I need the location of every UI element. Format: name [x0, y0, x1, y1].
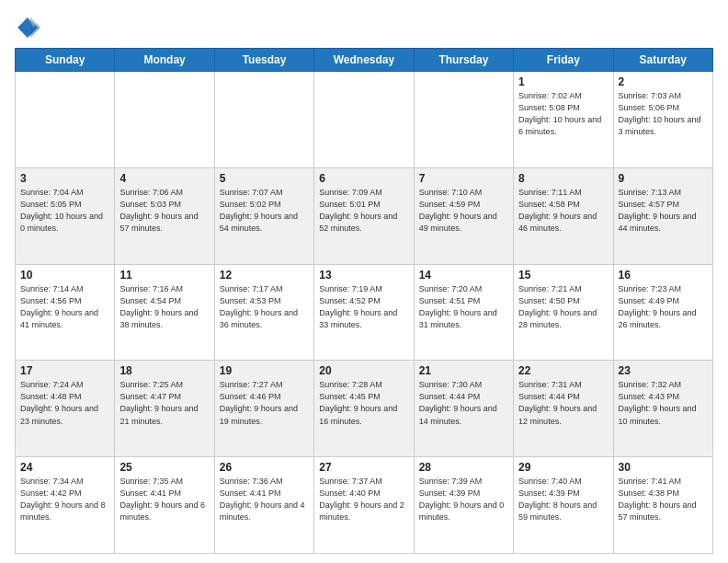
day-number: 7: [419, 172, 508, 185]
calendar-cell: 20Sunrise: 7:28 AM Sunset: 4:45 PM Dayli…: [314, 361, 414, 457]
calendar-cell: [414, 72, 513, 168]
day-number: 12: [220, 269, 309, 282]
day-info: Sunrise: 7:23 AM Sunset: 4:49 PM Dayligh…: [619, 283, 708, 331]
day-number: 2: [619, 75, 708, 88]
calendar-cell: 14Sunrise: 7:20 AM Sunset: 4:51 PM Dayli…: [414, 264, 513, 361]
calendar-cell: 21Sunrise: 7:30 AM Sunset: 4:44 PM Dayli…: [414, 361, 513, 457]
calendar-cell: 5Sunrise: 7:07 AM Sunset: 5:02 PM Daylig…: [214, 167, 313, 264]
day-info: Sunrise: 7:32 AM Sunset: 4:43 PM Dayligh…: [619, 379, 708, 427]
col-header-tuesday: Tuesday: [214, 49, 313, 72]
day-number: 5: [220, 172, 309, 185]
calendar-cell: 16Sunrise: 7:23 AM Sunset: 4:49 PM Dayli…: [613, 264, 712, 361]
day-info: Sunrise: 7:34 AM Sunset: 4:42 PM Dayligh…: [20, 476, 109, 523]
day-number: 4: [119, 172, 209, 185]
calendar-cell: 30Sunrise: 7:41 AM Sunset: 4:38 PM Dayli…: [613, 457, 712, 554]
day-number: 16: [619, 269, 708, 282]
day-info: Sunrise: 7:39 AM Sunset: 4:39 PM Dayligh…: [419, 476, 508, 523]
day-number: 14: [419, 269, 508, 282]
calendar-cell: 23Sunrise: 7:32 AM Sunset: 4:43 PM Dayli…: [613, 361, 712, 457]
col-header-wednesday: Wednesday: [314, 49, 414, 72]
logo-icon: [15, 15, 40, 40]
day-info: Sunrise: 7:30 AM Sunset: 4:44 PM Dayligh…: [419, 379, 508, 427]
calendar-header-row: SundayMondayTuesdayWednesdayThursdayFrid…: [16, 49, 713, 72]
calendar-cell: 11Sunrise: 7:16 AM Sunset: 4:54 PM Dayli…: [115, 264, 214, 361]
day-info: Sunrise: 7:16 AM Sunset: 4:54 PM Dayligh…: [119, 283, 209, 331]
day-number: 28: [419, 461, 508, 474]
calendar-cell: 12Sunrise: 7:17 AM Sunset: 4:53 PM Dayli…: [214, 264, 313, 361]
day-number: 8: [518, 172, 608, 185]
day-info: Sunrise: 7:36 AM Sunset: 4:41 PM Dayligh…: [220, 476, 309, 523]
day-info: Sunrise: 7:17 AM Sunset: 4:53 PM Dayligh…: [220, 283, 309, 331]
calendar-cell: [16, 72, 115, 168]
col-header-thursday: Thursday: [414, 49, 513, 72]
day-info: Sunrise: 7:40 AM Sunset: 4:39 PM Dayligh…: [518, 476, 608, 523]
day-info: Sunrise: 7:24 AM Sunset: 4:48 PM Dayligh…: [20, 379, 109, 427]
calendar-cell: 1Sunrise: 7:02 AM Sunset: 5:08 PM Daylig…: [514, 72, 613, 168]
day-info: Sunrise: 7:07 AM Sunset: 5:02 PM Dayligh…: [220, 187, 309, 235]
day-number: 25: [119, 461, 209, 474]
day-info: Sunrise: 7:27 AM Sunset: 4:46 PM Dayligh…: [220, 379, 309, 427]
week-row-3: 10Sunrise: 7:14 AM Sunset: 4:56 PM Dayli…: [16, 264, 713, 361]
day-info: Sunrise: 7:19 AM Sunset: 4:52 PM Dayligh…: [319, 283, 408, 331]
day-info: Sunrise: 7:02 AM Sunset: 5:08 PM Dayligh…: [518, 90, 608, 138]
day-info: Sunrise: 7:41 AM Sunset: 4:38 PM Dayligh…: [619, 476, 708, 523]
logo: [15, 15, 44, 40]
calendar-cell: 17Sunrise: 7:24 AM Sunset: 4:48 PM Dayli…: [16, 361, 115, 457]
day-number: 6: [319, 172, 408, 185]
calendar-cell: [115, 72, 214, 168]
day-info: Sunrise: 7:10 AM Sunset: 4:59 PM Dayligh…: [419, 187, 508, 235]
day-number: 10: [20, 269, 109, 282]
day-number: 1: [518, 75, 608, 88]
calendar-cell: 3Sunrise: 7:04 AM Sunset: 5:05 PM Daylig…: [16, 167, 115, 264]
day-info: Sunrise: 7:11 AM Sunset: 4:58 PM Dayligh…: [518, 187, 608, 235]
calendar-cell: 13Sunrise: 7:19 AM Sunset: 4:52 PM Dayli…: [314, 264, 414, 361]
day-number: 26: [220, 461, 309, 474]
day-number: 3: [20, 172, 109, 185]
day-info: Sunrise: 7:35 AM Sunset: 4:41 PM Dayligh…: [119, 476, 209, 523]
header: [15, 15, 713, 40]
day-info: Sunrise: 7:21 AM Sunset: 4:50 PM Dayligh…: [518, 283, 608, 331]
day-info: Sunrise: 7:09 AM Sunset: 5:01 PM Dayligh…: [319, 187, 408, 235]
calendar-cell: 29Sunrise: 7:40 AM Sunset: 4:39 PM Dayli…: [514, 457, 613, 554]
calendar-cell: 19Sunrise: 7:27 AM Sunset: 4:46 PM Dayli…: [214, 361, 313, 457]
calendar-cell: 28Sunrise: 7:39 AM Sunset: 4:39 PM Dayli…: [414, 457, 513, 554]
col-header-sunday: Sunday: [16, 49, 115, 72]
day-info: Sunrise: 7:04 AM Sunset: 5:05 PM Dayligh…: [20, 187, 109, 235]
day-number: 24: [20, 461, 109, 474]
day-number: 22: [518, 364, 608, 377]
day-info: Sunrise: 7:20 AM Sunset: 4:51 PM Dayligh…: [419, 283, 508, 331]
col-header-friday: Friday: [514, 49, 613, 72]
col-header-saturday: Saturday: [613, 49, 712, 72]
calendar-cell: 18Sunrise: 7:25 AM Sunset: 4:47 PM Dayli…: [115, 361, 214, 457]
day-info: Sunrise: 7:31 AM Sunset: 4:44 PM Dayligh…: [518, 379, 608, 427]
day-number: 19: [220, 364, 309, 377]
calendar-cell: 25Sunrise: 7:35 AM Sunset: 4:41 PM Dayli…: [115, 457, 214, 554]
day-number: 17: [20, 364, 109, 377]
calendar-cell: 27Sunrise: 7:37 AM Sunset: 4:40 PM Dayli…: [314, 457, 414, 554]
day-number: 27: [319, 461, 408, 474]
calendar-cell: 6Sunrise: 7:09 AM Sunset: 5:01 PM Daylig…: [314, 167, 414, 264]
day-number: 9: [619, 172, 708, 185]
day-number: 11: [119, 269, 209, 282]
day-info: Sunrise: 7:03 AM Sunset: 5:06 PM Dayligh…: [619, 90, 708, 138]
calendar-cell: 24Sunrise: 7:34 AM Sunset: 4:42 PM Dayli…: [16, 457, 115, 554]
day-info: Sunrise: 7:13 AM Sunset: 4:57 PM Dayligh…: [619, 187, 708, 235]
calendar-cell: 26Sunrise: 7:36 AM Sunset: 4:41 PM Dayli…: [214, 457, 313, 554]
week-row-4: 17Sunrise: 7:24 AM Sunset: 4:48 PM Dayli…: [16, 361, 713, 457]
calendar-cell: 4Sunrise: 7:06 AM Sunset: 5:03 PM Daylig…: [115, 167, 214, 264]
day-info: Sunrise: 7:06 AM Sunset: 5:03 PM Dayligh…: [119, 187, 209, 235]
week-row-5: 24Sunrise: 7:34 AM Sunset: 4:42 PM Dayli…: [16, 457, 713, 554]
calendar-cell: 9Sunrise: 7:13 AM Sunset: 4:57 PM Daylig…: [613, 167, 712, 264]
day-info: Sunrise: 7:28 AM Sunset: 4:45 PM Dayligh…: [319, 379, 408, 427]
calendar-cell: [314, 72, 414, 168]
week-row-2: 3Sunrise: 7:04 AM Sunset: 5:05 PM Daylig…: [16, 167, 713, 264]
day-number: 18: [119, 364, 209, 377]
day-number: 23: [619, 364, 708, 377]
calendar-cell: 15Sunrise: 7:21 AM Sunset: 4:50 PM Dayli…: [514, 264, 613, 361]
calendar-cell: [214, 72, 313, 168]
day-info: Sunrise: 7:37 AM Sunset: 4:40 PM Dayligh…: [319, 476, 408, 523]
day-number: 13: [319, 269, 408, 282]
page: SundayMondayTuesdayWednesdayThursdayFrid…: [0, 0, 728, 563]
day-number: 15: [518, 269, 608, 282]
calendar-cell: 2Sunrise: 7:03 AM Sunset: 5:06 PM Daylig…: [613, 72, 712, 168]
